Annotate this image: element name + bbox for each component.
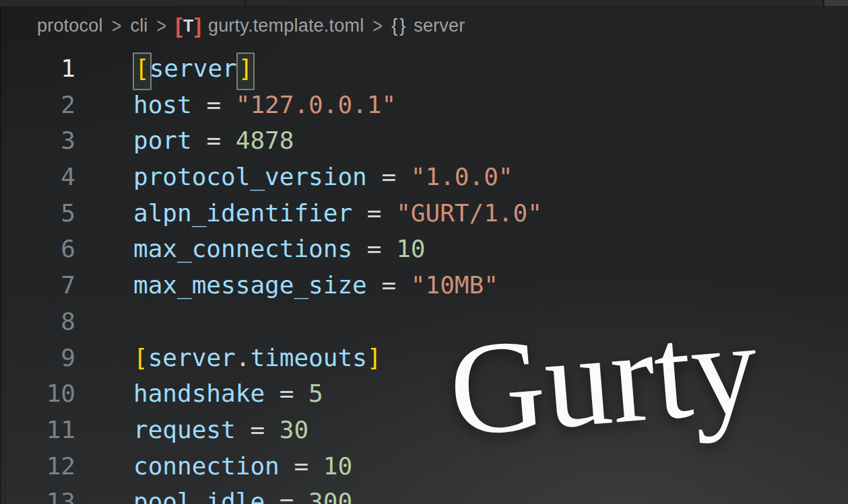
code-token: =	[367, 163, 411, 190]
code-line[interactable]: 2host = "127.0.0.1"	[0, 87, 848, 123]
code-line-text[interactable]: protocol_version = "1.0.0"	[75, 159, 513, 195]
line-number[interactable]: 8	[0, 303, 75, 340]
line-number[interactable]: 10	[0, 375, 75, 412]
code-token: "GURT/1.0"	[396, 199, 542, 227]
code-token: 30	[280, 416, 308, 443]
code-token: .	[236, 344, 251, 371]
code-token: =	[236, 416, 280, 443]
code-line-text[interactable]	[75, 303, 133, 340]
code-line[interactable]: 3port = 4878	[0, 122, 848, 159]
code-token: pool_idle	[133, 488, 265, 504]
code-token: timeouts	[250, 344, 366, 371]
line-number[interactable]: 5	[0, 195, 75, 231]
code-line[interactable]: 12connection = 10	[0, 448, 848, 484]
tab-divider	[244, 0, 246, 6]
toml-file-icon: [T]	[175, 15, 201, 36]
matched-bracket: [	[133, 52, 152, 90]
code-token: 5	[308, 380, 323, 407]
vscode-window: protocol > cli > [T] gurty.template.toml…	[0, 0, 848, 504]
code-token: port	[133, 127, 192, 154]
code-token: protocol_version	[133, 163, 367, 190]
chevron-right-icon: >	[112, 13, 122, 38]
code-token: =	[280, 452, 323, 480]
chevron-right-icon: >	[157, 13, 167, 38]
code-token: "127.0.0.1"	[236, 91, 396, 118]
code-token: handshake	[133, 380, 265, 407]
code-token: =	[352, 235, 396, 262]
code-line-text[interactable]: max_connections = 10	[75, 231, 426, 267]
toml-icon-bracket: [	[175, 15, 183, 36]
breadcrumb: protocol > cli > [T] gurty.template.toml…	[0, 7, 848, 44]
code-line-text[interactable]: handshake = 5	[75, 375, 323, 412]
toml-icon-letter: T	[183, 17, 193, 34]
code-line-text[interactable]: host = "127.0.0.1"	[75, 87, 396, 123]
line-number[interactable]: 12	[0, 448, 75, 484]
code-token: host	[133, 91, 192, 118]
code-token: =	[265, 488, 308, 504]
code-line-text[interactable]: [server]	[75, 50, 253, 87]
symbol-braces-icon: {}	[391, 15, 407, 36]
code-token: 10	[323, 452, 352, 480]
breadcrumb-item-filename[interactable]: gurty.template.toml	[208, 15, 364, 36]
code-token: =	[265, 380, 308, 407]
code-line[interactable]: 13pool_idle = 300	[0, 484, 848, 504]
code-line-text[interactable]: alpn_identifier = "GURT/1.0"	[75, 195, 542, 231]
chevron-right-icon: >	[372, 13, 383, 38]
matched-bracket: ]	[236, 52, 255, 90]
line-number[interactable]: 7	[0, 267, 75, 303]
code-token: max_message_size	[133, 271, 367, 299]
line-number[interactable]: 4	[0, 159, 75, 195]
code-token: request	[133, 416, 236, 443]
gurty-watermark-title: Gurty	[445, 301, 762, 457]
code-token: server	[148, 344, 236, 371]
code-token: 300	[308, 488, 352, 504]
code-line[interactable]: 5alpn_identifier = "GURT/1.0"	[0, 195, 848, 231]
code-token: "10MB"	[411, 271, 498, 299]
code-token: =	[367, 271, 411, 299]
code-line-text[interactable]: [server.timeouts]	[75, 340, 382, 376]
code-token: =	[192, 127, 236, 154]
code-token: ]	[367, 344, 382, 371]
breadcrumb-item-cli[interactable]: cli	[130, 15, 148, 36]
line-number[interactable]: 11	[0, 412, 75, 448]
code-token: server	[150, 55, 237, 82]
line-number[interactable]: 6	[0, 231, 75, 267]
code-token: [	[133, 344, 148, 371]
line-number[interactable]: 9	[0, 340, 75, 376]
code-line[interactable]: 6max_connections = 10	[0, 231, 848, 267]
code-line-text[interactable]: port = 4878	[75, 122, 294, 159]
tab-bar	[0, 0, 848, 7]
code-token: 10	[396, 235, 425, 262]
breadcrumb-item-protocol[interactable]: protocol	[37, 15, 103, 36]
code-line[interactable]: 1[server]	[0, 50, 848, 87]
code-line[interactable]: 4protocol_version = "1.0.0"	[0, 159, 848, 195]
code-token: =	[192, 91, 236, 118]
line-number[interactable]: 2	[0, 87, 75, 123]
code-line-text[interactable]: pool_idle = 300	[75, 484, 352, 504]
code-token: connection	[133, 452, 280, 480]
code-line-text[interactable]: request = 30	[75, 412, 308, 448]
line-number[interactable]: 3	[0, 122, 75, 159]
tab-bar-right-segment	[823, 0, 848, 6]
breadcrumb-item-symbol-server[interactable]: server	[414, 15, 465, 36]
code-token: alpn_identifier	[133, 199, 352, 227]
toml-icon-bracket: ]	[194, 15, 201, 36]
code-token: "1.0.0"	[411, 163, 513, 190]
code-line-text[interactable]: connection = 10	[75, 448, 352, 484]
line-number[interactable]: 1	[0, 50, 75, 87]
code-line-text[interactable]: max_message_size = "10MB"	[75, 267, 498, 303]
code-token: 4878	[236, 127, 294, 154]
line-number[interactable]: 13	[0, 484, 75, 504]
code-token: =	[352, 199, 396, 227]
code-token: max_connections	[133, 235, 352, 262]
